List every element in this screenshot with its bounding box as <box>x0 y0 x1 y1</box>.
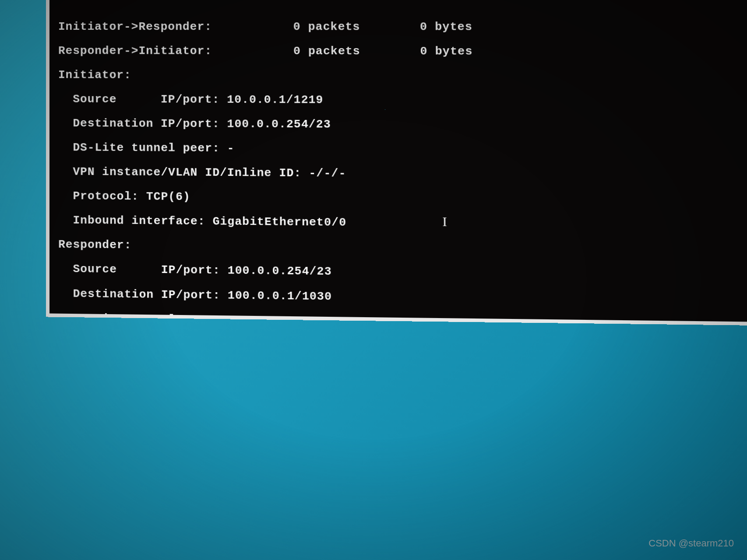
terminal-output: Initiator->Responder: 0 packets 0 bytes … <box>49 0 747 326</box>
output-line: Destination IP/port: 100.0.0.254/23 <box>58 118 747 133</box>
output-line: Source IP/port: 10.0.0.1/1219 <box>58 93 747 108</box>
output-line: Source IP/port: 100.0.0.254/23 <box>58 263 747 283</box>
text-cursor-icon: I <box>442 214 447 229</box>
output-line: Initiator: <box>58 69 747 83</box>
output-line: Protocol: TCP(6) <box>58 190 747 208</box>
output-line: Initiator->Responder: 0 packets 0 bytes <box>58 21 747 34</box>
output-line: Inbound interface: GigabitEthernet0/0 <box>58 215 747 233</box>
output-line: VPN instance/VLAN ID/Inline ID: -/-/- <box>58 166 747 182</box>
output-line: Destination IP/port: 100.0.0.1/1030 <box>58 288 747 308</box>
output-line: Responder->Initiator: 0 packets 0 bytes <box>58 45 747 58</box>
output-line: Responder: <box>58 239 747 258</box>
output-line: DS-Lite tunnel peer: - <box>58 312 747 326</box>
watermark-text: CSDN @stearm210 <box>648 538 734 549</box>
terminal-window[interactable]: Initiator->Responder: 0 packets 0 bytes … <box>46 0 747 326</box>
output-line: DS-Lite tunnel peer: - <box>58 142 747 158</box>
